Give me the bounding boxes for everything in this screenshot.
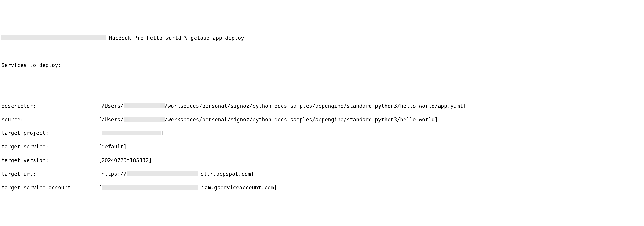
kv-target-project: target project:[]: [2, 130, 642, 137]
kv-target-version: target version:[20240723t185832]: [2, 157, 642, 164]
prompt-cwd: hello_world: [147, 35, 181, 41]
kv-value: [.iam.gserviceaccount.com]: [98, 185, 277, 191]
redacted-project: [102, 131, 161, 136]
blank-line: [2, 218, 642, 225]
kv-target-url: target url:[https://.el.r.appspot.com]: [2, 171, 642, 177]
kv-value: [default]: [98, 144, 127, 150]
kv-label: target version:: [2, 157, 98, 164]
redacted-service-account: [102, 185, 198, 190]
redacted-hostname: [2, 35, 106, 40]
redacted-url-sub: [127, 171, 198, 176]
kv-source: source:[/Users//workspaces/personal/sign…: [2, 116, 642, 123]
kv-label: source:: [2, 116, 98, 123]
kv-label: target service account:: [2, 184, 98, 191]
blank-line: [2, 205, 642, 211]
kv-value: [/Users//workspaces/personal/signoz/pyth…: [98, 103, 466, 109]
kv-descriptor: descriptor:[/Users//workspaces/personal/…: [2, 103, 642, 109]
prompt-symbol: %: [184, 35, 188, 41]
kv-target-service-account: target service account:[.iam.gserviceacc…: [2, 184, 642, 191]
kv-value: [/Users//workspaces/personal/signoz/pyth…: [98, 117, 438, 123]
kv-value: []: [98, 130, 164, 136]
kv-label: target url:: [2, 171, 98, 177]
kv-label: target project:: [2, 130, 98, 137]
kv-value: [20240723t185832]: [98, 157, 152, 163]
kv-value: [https://.el.r.appspot.com]: [98, 171, 254, 177]
kv-label: descriptor:: [2, 103, 98, 109]
kv-label: target service:: [2, 144, 98, 150]
prompt-line: -MacBook-Pro hello_world % gcloud app de…: [2, 35, 642, 41]
prompt-command: gcloud app deploy: [191, 35, 244, 41]
kv-target-service: target service:[default]: [2, 144, 642, 150]
services-header: Services to deploy:: [2, 62, 642, 69]
redacted-user: [124, 103, 164, 108]
prompt-host-suffix: -MacBook-Pro: [106, 35, 144, 41]
redacted-user: [124, 117, 164, 122]
blank-line: [2, 75, 642, 82]
